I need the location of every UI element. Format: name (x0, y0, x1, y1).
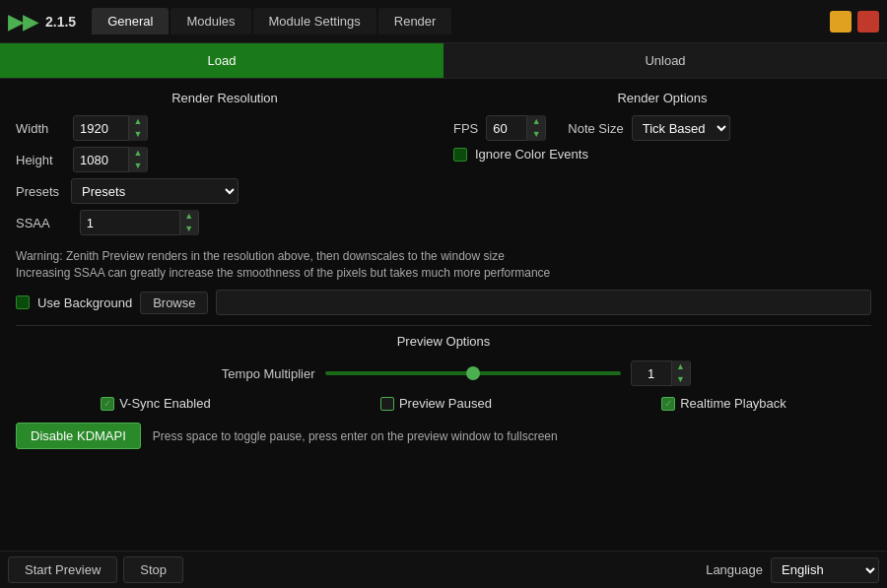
presets-label: Presets (16, 184, 59, 199)
ssaa-spinners: ▲ ▼ (179, 210, 198, 235)
unload-button[interactable]: Unload (444, 43, 887, 78)
warning-line2: Increasing SSAA can greatly increase the… (16, 266, 871, 280)
width-input[interactable] (74, 121, 128, 136)
note-size-select[interactable]: Tick Based Semitone Custom (632, 115, 730, 141)
app-version: 2.1.5 (45, 14, 76, 30)
language-row: Language English Chinese Japanese (706, 557, 879, 583)
ignore-color-checkbox[interactable] (453, 148, 467, 162)
preview-paused-item: Preview Paused (380, 396, 492, 411)
render-row: Render Resolution Width ▲ ▼ Height (16, 91, 871, 241)
vsync-item: ✓ V-Sync Enabled (101, 396, 211, 411)
language-label: Language (706, 562, 763, 577)
render-options-title: Render Options (453, 91, 871, 105)
preview-options-title: Preview Options (16, 334, 871, 349)
background-path-display (216, 290, 871, 315)
note-size-label: Note Size (568, 121, 623, 136)
tab-module-settings[interactable]: Module Settings (253, 8, 376, 34)
fps-up-button[interactable]: ▲ (527, 115, 545, 128)
width-up-button[interactable]: ▲ (129, 115, 147, 128)
presets-select[interactable]: Presets (71, 178, 239, 204)
background-row: Use Background Browse (16, 290, 871, 315)
ssaa-label: SSAA (16, 216, 50, 230)
nav-tabs: General Modules Module Settings Render (92, 8, 830, 34)
use-background-checkbox[interactable] (16, 295, 30, 309)
window-controls (830, 11, 879, 33)
width-row: Width ▲ ▼ (16, 115, 434, 141)
options-check-row: ✓ V-Sync Enabled Preview Paused ✓ Realti… (16, 396, 871, 411)
fps-input[interactable] (487, 121, 526, 136)
tempo-slider[interactable] (325, 371, 621, 375)
preview-options-section: Preview Options (16, 334, 871, 349)
ssaa-row: SSAA ▲ ▼ (16, 210, 434, 235)
ssaa-input-group: ▲ ▼ (80, 210, 199, 235)
height-row: Height ▲ ▼ (16, 147, 434, 172)
kdmapi-hint: Press space to toggle pause, press enter… (153, 429, 558, 443)
tab-modules[interactable]: Modules (171, 8, 250, 34)
kdmapi-row: Disable KDMAPI Press space to toggle pau… (16, 423, 871, 449)
render-resolution-panel: Render Resolution Width ▲ ▼ Height (16, 91, 434, 241)
tempo-down-button[interactable]: ▼ (672, 373, 690, 386)
browse-button[interactable]: Browse (140, 292, 208, 314)
vsync-label: V-Sync Enabled (119, 396, 211, 411)
fps-input-group: ▲ ▼ (486, 115, 546, 141)
tempo-up-button[interactable]: ▲ (672, 360, 690, 373)
logo-icon: ▶▶ (8, 10, 37, 33)
divider (16, 325, 871, 326)
ssaa-input[interactable] (81, 216, 179, 230)
width-label: Width (16, 121, 65, 136)
ssaa-up-button[interactable]: ▲ (180, 210, 198, 223)
tempo-value-input[interactable] (632, 366, 671, 381)
realtime-label: Realtime Playback (680, 396, 786, 411)
ignore-color-row: Ignore Color Events (453, 147, 871, 162)
title-bar: ▶▶ 2.1.5 General Modules Module Settings… (0, 0, 887, 43)
fps-label: FPS (453, 121, 478, 136)
tempo-row: Tempo Multiplier ▲ ▼ (16, 360, 871, 386)
vsync-checkbox[interactable]: ✓ (101, 397, 114, 411)
width-input-group: ▲ ▼ (73, 115, 148, 141)
render-resolution-title: Render Resolution (16, 91, 434, 105)
height-input-group: ▲ ▼ (73, 147, 148, 172)
height-up-button[interactable]: ▲ (129, 147, 147, 160)
height-label: Height (16, 153, 65, 167)
tab-general[interactable]: General (92, 8, 169, 34)
width-spinners: ▲ ▼ (128, 115, 147, 141)
use-background-label: Use Background (37, 295, 132, 310)
width-down-button[interactable]: ▼ (129, 128, 147, 141)
fps-spinners: ▲ ▼ (526, 115, 545, 141)
tempo-label: Tempo Multiplier (197, 366, 315, 381)
height-spinners: ▲ ▼ (128, 147, 147, 172)
load-unload-bar: Load Unload (0, 43, 887, 79)
load-button[interactable]: Load (0, 43, 444, 78)
stop-button[interactable]: Stop (123, 556, 183, 583)
render-options-panel: Render Options FPS ▲ ▼ Note Size Tick Ba… (453, 91, 871, 167)
ignore-color-label: Ignore Color Events (475, 147, 588, 162)
realtime-checkbox[interactable]: ✓ (661, 397, 675, 411)
kdmapi-button[interactable]: Disable KDMAPI (16, 423, 141, 449)
fps-down-button[interactable]: ▼ (527, 128, 545, 141)
tempo-spinners: ▲ ▼ (671, 360, 690, 386)
language-select[interactable]: English Chinese Japanese (771, 557, 879, 583)
warning-line1: Warning: Zenith Preview renders in the r… (16, 249, 871, 263)
tempo-value-group: ▲ ▼ (631, 360, 691, 386)
height-input[interactable] (74, 153, 128, 167)
close-button[interactable] (857, 11, 879, 33)
fps-note-row: FPS ▲ ▼ Note Size Tick Based Semitone Cu… (453, 115, 871, 141)
tab-render[interactable]: Render (378, 8, 452, 34)
main-content: Render Resolution Width ▲ ▼ Height (0, 79, 887, 469)
start-preview-button[interactable]: Start Preview (8, 556, 117, 583)
height-down-button[interactable]: ▼ (129, 160, 147, 172)
preview-paused-checkbox[interactable] (380, 397, 394, 411)
ssaa-down-button[interactable]: ▼ (180, 223, 198, 235)
minimize-button[interactable] (830, 11, 852, 33)
presets-row: Presets Presets (16, 178, 434, 204)
preview-paused-label: Preview Paused (399, 396, 492, 411)
realtime-item: ✓ Realtime Playback (661, 396, 786, 411)
bottom-bar: Start Preview Stop Language English Chin… (0, 551, 887, 588)
